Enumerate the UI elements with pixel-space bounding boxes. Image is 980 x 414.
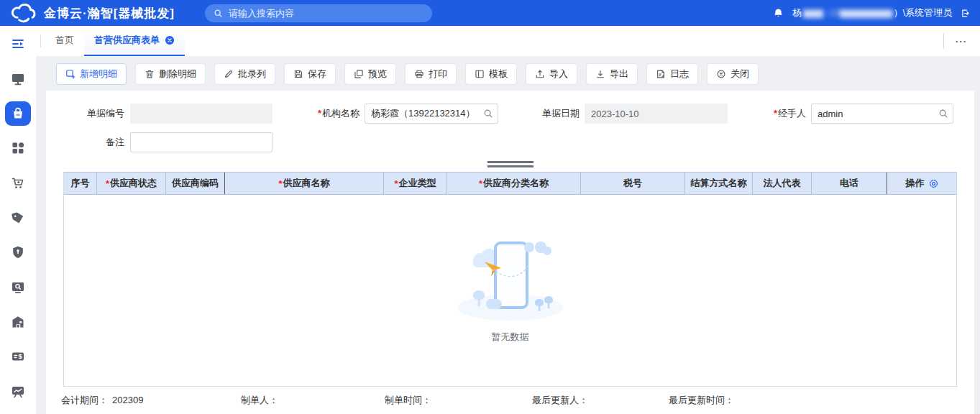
user-redacted: ▆▆▆（13▆▆▆▆▆▆▆▆: [803, 6, 892, 19]
date-label: 单据日期: [498, 107, 580, 120]
column-settings-gear-icon[interactable]: [928, 178, 939, 189]
required-mark: *: [774, 108, 777, 119]
log-icon: [656, 69, 666, 79]
sidebar-item-chart-board[interactable]: [5, 380, 31, 404]
sidebar-collapse-button[interactable]: [5, 32, 31, 56]
template-button[interactable]: 模板: [465, 63, 517, 85]
printer-button[interactable]: 打印: [405, 63, 457, 85]
tag-icon: [11, 211, 25, 225]
tab-label: 首页: [55, 34, 74, 47]
export-button[interactable]: 导出: [586, 63, 638, 85]
split-handle[interactable]: [487, 161, 533, 167]
required-mark: *: [278, 178, 282, 189]
column-header: *供应商名称: [225, 172, 384, 194]
tab-more-button[interactable]: ···: [943, 33, 967, 49]
user-name: 杨: [792, 6, 802, 19]
column-header: 操作: [887, 172, 957, 194]
sidebar-item-apps-grid[interactable]: [5, 136, 31, 160]
button-label: 模板: [489, 68, 508, 80]
add-detail-icon: [65, 69, 75, 79]
chart-board-icon: [11, 385, 25, 399]
global-search-input[interactable]: [229, 8, 423, 19]
sidebar-item-screen-search[interactable]: [5, 275, 31, 300]
tab-bar: 首页首营供应商表单 ···: [36, 26, 980, 56]
handler-search-icon[interactable]: [938, 109, 948, 119]
required-mark: *: [479, 178, 482, 189]
desktop-icon: [11, 72, 25, 86]
bill-icon: $: [11, 349, 25, 364]
button-label: 保存: [308, 68, 326, 80]
column-label: 序号: [71, 177, 90, 190]
tab-bar-divider: [40, 34, 41, 47]
app-title: 金博云·瀚智[器械批发]: [44, 5, 175, 22]
bell-icon[interactable]: [773, 8, 784, 19]
log-button[interactable]: 日志: [646, 63, 698, 85]
remark-label: 备注: [63, 136, 124, 149]
footer-item: 制单人：: [241, 394, 283, 407]
sidebar-item-bill[interactable]: $: [5, 344, 31, 369]
save-button[interactable]: 保存: [284, 63, 336, 85]
footer-label: 最后更新人：: [532, 395, 588, 405]
button-label: 预览: [368, 68, 387, 80]
remark-input[interactable]: [130, 132, 273, 152]
footer-label: 制单时间：: [385, 395, 431, 405]
form-panel: 单据编号 *机构名称 单据日期 *经手人 备注: [46, 91, 974, 414]
column-label: 供应商状态: [110, 177, 157, 190]
org-input[interactable]: [365, 104, 498, 124]
tab-home[interactable]: 首页: [45, 26, 84, 56]
printer-icon: [414, 69, 424, 79]
column-header: 序号: [64, 172, 97, 194]
tab-active[interactable]: 首营供应商表单: [84, 26, 185, 56]
toolbar: 新增明细删除明细批录列保存预览打印模板导入导出日志关闭: [56, 63, 974, 85]
org-search-icon[interactable]: [483, 109, 493, 119]
handler-label: *经手人: [728, 107, 806, 120]
table-header-row: 序号*供应商状态供应商编码*供应商名称*企业类型*供应商分类名称税号结算方式名称…: [64, 172, 956, 195]
sidebar-item-shield[interactable]: [5, 240, 31, 264]
empty-text: 暂无数据: [492, 331, 529, 344]
empty-illustration: [453, 237, 568, 325]
pencil-button[interactable]: 批录列: [214, 63, 275, 85]
column-header: 电话: [812, 172, 887, 194]
footer-label: 制单人：: [241, 395, 278, 405]
import-button[interactable]: 导入: [526, 63, 577, 85]
footer-label: 会计期间：: [61, 395, 108, 405]
button-label: 导入: [549, 68, 568, 80]
close-button[interactable]: 关闭: [707, 63, 759, 85]
column-header: 供应商编码: [166, 172, 225, 194]
sidebar-item-tag[interactable]: [5, 206, 31, 230]
column-label: 供应商名称: [283, 177, 330, 190]
screen-search-icon: [11, 280, 25, 295]
footer-label: 最后更新时间：: [669, 395, 734, 405]
tab-label: 首营供应商表单: [94, 34, 160, 47]
user-info[interactable]: 杨▆▆▆（13▆▆▆▆▆▆▆▆）\系统管理员: [792, 6, 952, 19]
pencil-icon: [224, 69, 234, 79]
preview-icon: [354, 69, 364, 79]
supplier-table: 序号*供应商状态供应商编码*供应商名称*企业类型*供应商分类名称税号结算方式名称…: [63, 172, 957, 387]
trash-button[interactable]: 删除明细: [135, 63, 206, 85]
sidebar-item-cart[interactable]: [5, 170, 31, 195]
column-header: *供应商分类名称: [447, 172, 581, 194]
column-header: 税号: [581, 172, 685, 194]
button-label: 关闭: [731, 68, 749, 80]
date-input: [585, 104, 728, 124]
button-label: 导出: [610, 68, 628, 80]
apps-grid-icon: [11, 141, 25, 155]
logout-icon[interactable]: [961, 9, 970, 18]
preview-button[interactable]: 预览: [344, 63, 396, 85]
column-header: 结算方式名称: [685, 172, 753, 194]
shield-icon: [11, 245, 25, 259]
purchase-basket-icon: [11, 106, 25, 121]
global-search[interactable]: [205, 4, 432, 22]
sidebar-item-warehouse[interactable]: [5, 310, 31, 334]
sidebar-item-desktop[interactable]: [5, 66, 31, 91]
required-mark: *: [106, 178, 109, 189]
close-icon: [716, 69, 726, 79]
column-label: 税号: [623, 177, 642, 190]
tab-close-icon[interactable]: [165, 35, 175, 45]
handler-input[interactable]: [811, 104, 953, 124]
add-detail-button[interactable]: 新增明细: [56, 63, 127, 85]
column-label: 结算方式名称: [691, 177, 747, 190]
sidebar-item-purchase-basket[interactable]: [5, 101, 31, 126]
footer-item: 最后更新时间：: [669, 394, 738, 407]
required-mark: *: [318, 108, 321, 119]
